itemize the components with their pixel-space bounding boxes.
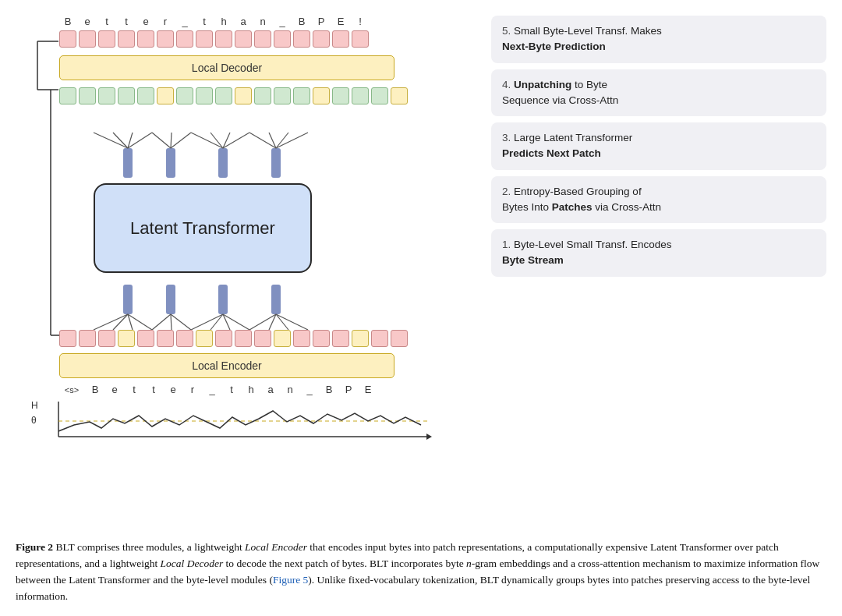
svg-line-30	[152, 314, 171, 330]
char-r: r	[157, 16, 174, 27]
token	[293, 330, 310, 347]
figure-5-link[interactable]: Figure 5	[273, 574, 308, 586]
token	[371, 87, 388, 104]
step-2-number: 2.	[502, 186, 511, 197]
svg-line-29	[128, 314, 152, 330]
svg-line-31	[171, 314, 172, 330]
svg-rect-24	[218, 285, 228, 314]
char-und1: _	[176, 16, 193, 27]
char-e4: e	[165, 384, 182, 395]
step-4-bold: Unpatching	[514, 79, 571, 90]
char-h: h	[215, 16, 232, 27]
svg-rect-4	[166, 148, 175, 178]
svg-line-17	[223, 133, 249, 148]
token	[274, 30, 291, 48]
encoder-token-row	[59, 330, 408, 347]
token	[176, 330, 193, 347]
svg-rect-3	[123, 148, 133, 178]
svg-line-8	[113, 133, 128, 148]
diagram-wrapper: B e t t e r _ t h a n _ B P E !	[16, 12, 460, 448]
char-n2: n	[281, 384, 299, 395]
char-n: n	[254, 16, 271, 27]
svg-line-15	[210, 133, 223, 148]
char-P2: P	[340, 384, 357, 395]
token	[254, 330, 271, 347]
svg-line-36	[223, 314, 249, 330]
token	[313, 87, 330, 104]
svg-line-27	[113, 314, 128, 330]
step-1-number: 1.	[502, 239, 511, 250]
char-r2: r	[184, 384, 201, 395]
svg-line-21	[276, 133, 308, 148]
step-3-label: 3. Large Latent TransformerPredicts Next…	[491, 122, 826, 170]
char-E2: E	[359, 384, 377, 395]
char-t5: t	[145, 384, 162, 395]
token	[293, 30, 310, 48]
token	[79, 87, 96, 104]
char-s: <s>	[59, 385, 84, 395]
caption-text-1: BLT comprises three modules, a lightweig…	[16, 541, 819, 602]
svg-line-26	[94, 314, 128, 330]
svg-line-39	[276, 314, 288, 330]
svg-rect-25	[271, 285, 281, 314]
svg-line-38	[269, 314, 276, 330]
token	[352, 30, 369, 48]
local-encoder-label: Local Encoder	[192, 359, 262, 372]
char-h2: h	[242, 384, 260, 395]
token	[176, 30, 193, 48]
token	[371, 330, 388, 347]
token	[215, 30, 232, 48]
token	[98, 30, 115, 48]
svg-rect-5	[218, 148, 228, 178]
diagram-side: B e t t e r _ t h a n _ B P E !	[16, 8, 468, 608]
token	[98, 330, 115, 347]
char-und4: _	[301, 384, 318, 395]
latent-transformer-label: Latent Transformer	[130, 218, 275, 239]
step-1-bold: Byte Stream	[502, 254, 564, 266]
char-t4: t	[126, 384, 143, 395]
char-e3: e	[106, 384, 123, 395]
char-t1: t	[98, 16, 115, 27]
token	[332, 87, 349, 104]
token	[332, 330, 349, 347]
token	[59, 330, 76, 347]
svg-rect-6	[271, 148, 281, 178]
token	[59, 87, 76, 104]
entropy-theta: θ	[31, 415, 37, 426]
top-token-row	[59, 30, 369, 48]
char-e: e	[79, 16, 96, 27]
token	[196, 330, 213, 347]
step-1-text: Byte-Level Small Transf. EncodesByte Str…	[502, 239, 672, 266]
token	[118, 30, 135, 48]
svg-line-13	[171, 133, 191, 148]
entropy-h-label: H	[31, 400, 38, 411]
char-t2: t	[118, 16, 135, 27]
n-italic: n	[466, 558, 472, 569]
token	[391, 330, 408, 347]
svg-line-33	[191, 314, 223, 330]
local-encoder-italic: Local Encoder	[245, 541, 307, 553]
token	[391, 87, 408, 104]
step-3-text: Large Latent TransformerPredicts Next Pa…	[502, 132, 632, 159]
token	[137, 30, 154, 48]
svg-line-7	[94, 133, 128, 148]
token	[196, 87, 213, 104]
svg-line-20	[276, 133, 288, 148]
token	[254, 87, 271, 104]
entropy-theta-label: θ	[31, 415, 37, 426]
token	[215, 87, 232, 104]
token	[118, 87, 135, 104]
step-3-number: 3.	[502, 132, 511, 143]
token	[118, 330, 135, 347]
svg-line-34	[210, 314, 223, 330]
svg-rect-22	[123, 285, 133, 314]
token	[98, 87, 115, 104]
step-5-number: 5.	[502, 25, 511, 37]
token	[235, 87, 252, 104]
char-e2: e	[137, 16, 154, 27]
decoder-token-row	[59, 87, 408, 104]
svg-line-9	[128, 133, 133, 148]
local-decoder-bar: Local Decoder	[59, 55, 394, 80]
step-2-text: Entropy-Based Grouping ofBytes Into Patc…	[502, 186, 661, 213]
token	[79, 330, 96, 347]
